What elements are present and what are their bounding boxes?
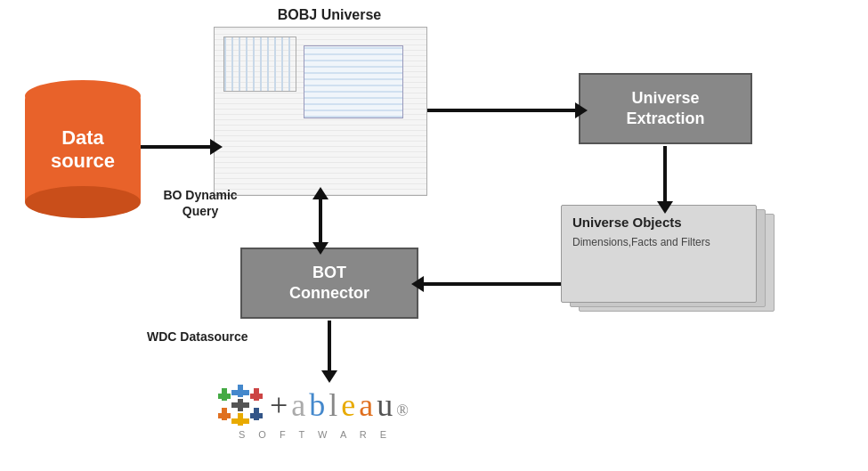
data-source: Data source [25, 80, 141, 218]
arrow-extraction-to-objects [663, 146, 667, 205]
universe-extraction-box: Universe Extraction [579, 73, 752, 144]
svg-rect-1 [231, 390, 249, 395]
bobj-universe-box [214, 27, 427, 196]
tableau-software-label: S O F T W A R E [239, 429, 392, 440]
universe-extraction-label: Universe Extraction [626, 88, 704, 130]
tableau-logo-row: +ableau® [218, 383, 412, 427]
universe-objects-stack: Universe Objects Dimensions,Facts and Fi… [561, 205, 775, 321]
bot-connector-label: BOT Connector [289, 263, 369, 305]
svg-rect-3 [218, 413, 231, 418]
bo-dynamic-query-label: BO DynamicQuery [147, 187, 254, 219]
bobj-universe-label: BOBJ Universe [227, 7, 432, 23]
arrow-bot-to-tableau [328, 321, 331, 374]
tableau-wordmark: +ableau® [270, 386, 412, 424]
svg-rect-13 [231, 402, 249, 408]
arrow-datasource-to-bobj [141, 145, 214, 149]
arrow-objects-to-bot [420, 282, 561, 286]
universe-objects-description: Dimensions,Facts and Filters [572, 235, 745, 250]
diagram-container: Data source BOBJ Universe Universe Extra… [0, 0, 868, 471]
wdc-datasource-label: WDC Datasource [147, 329, 248, 344]
universe-objects-box: Universe Objects Dimensions,Facts and Fi… [561, 205, 757, 303]
datasource-label: Data source [51, 126, 115, 173]
bot-connector-box: BOT Connector [240, 248, 418, 319]
tableau-cross-icon [218, 383, 263, 427]
svg-rect-9 [250, 394, 263, 399]
tableau-logo: +ableau® S O F T W A R E [218, 383, 412, 440]
svg-rect-11 [250, 413, 263, 418]
svg-rect-7 [231, 418, 249, 424]
universe-objects-title: Universe Objects [572, 215, 745, 230]
cylinder-bottom [25, 186, 141, 218]
svg-rect-5 [218, 394, 231, 399]
arrow-bobj-to-extraction [427, 109, 579, 112]
arrow-bot-to-bobj [319, 196, 322, 246]
bobj-universe-screenshot [215, 28, 426, 195]
